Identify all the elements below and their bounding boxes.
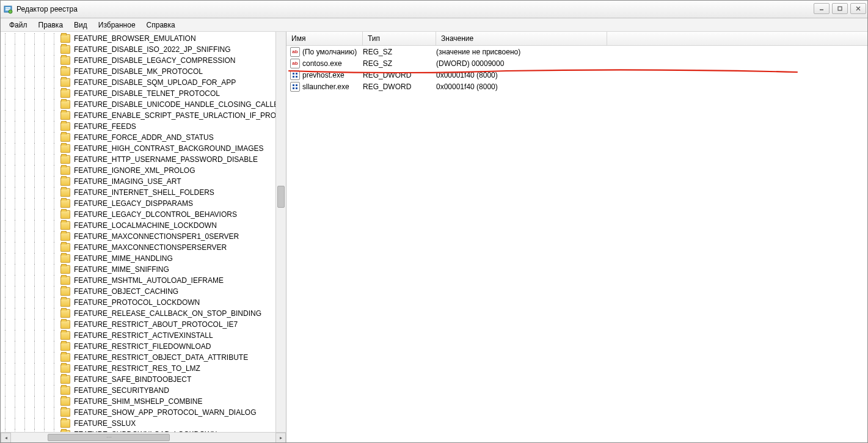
folder-icon xyxy=(60,287,70,296)
tree-indent xyxy=(1,99,59,110)
tree-indent xyxy=(1,176,59,187)
tree-indent xyxy=(1,363,59,374)
value-type: REG_SZ xyxy=(363,59,436,68)
tree-indent xyxy=(1,352,59,363)
tree-item[interactable]: FEATURE_IGNORE_XML_PROLOG xyxy=(1,165,286,176)
value-row[interactable]: abcontoso.exeREG_SZ(DWORD) 00009000 xyxy=(286,57,867,69)
tree-item[interactable]: FEATURE_RELEASE_CALLBACK_ON_STOP_BINDING xyxy=(1,308,286,319)
menu-help[interactable]: Справка xyxy=(142,20,180,31)
tree-item[interactable]: FEATURE_SECURITYBAND xyxy=(1,385,286,396)
column-header-type[interactable]: Тип xyxy=(363,32,436,45)
tree-item[interactable]: FEATURE_RESTRICT_RES_TO_LMZ xyxy=(1,363,286,374)
tree-item[interactable]: FEATURE_LEGACY_DISPPARAMS xyxy=(1,198,286,209)
tree-item-label: FEATURE_SSLUX xyxy=(73,419,137,428)
tree-item[interactable]: FEATURE_DISABLE_UNICODE_HANDLE_CLOSING_C… xyxy=(1,99,286,110)
tree-indent xyxy=(1,385,59,396)
tree-item[interactable]: FEATURE_BROWSER_EMULATION xyxy=(1,33,286,44)
tree-item-label: FEATURE_FEEDS xyxy=(73,122,137,131)
tree-indent xyxy=(1,308,59,319)
tree-vertical-scroll-thumb[interactable] xyxy=(277,186,285,208)
tree-item[interactable]: FEATURE_OBJECT_CACHING xyxy=(1,286,286,297)
tree-item[interactable]: FEATURE_DISABLE_SQM_UPLOAD_FOR_APP xyxy=(1,77,286,88)
registry-tree[interactable]: FEATURE_BROWSER_EMULATIONFEATURE_DISABLE… xyxy=(1,32,286,432)
tree-item[interactable]: FEATURE_LOCALMACHINE_LOCKDOWN xyxy=(1,220,286,231)
tree-item[interactable]: FEATURE_INTERNET_SHELL_FOLDERS xyxy=(1,187,286,198)
tree-item[interactable]: FEATURE_FORCE_ADDR_AND_STATUS xyxy=(1,132,286,143)
folder-icon xyxy=(60,232,70,241)
tree-item[interactable]: FEATURE_HTTP_USERNAME_PASSWORD_DISABLE xyxy=(1,154,286,165)
tree-horizontal-scrollbar[interactable]: ◂ ⋯ ▸ xyxy=(1,432,286,442)
tree-item[interactable]: FEATURE_SSLUX xyxy=(1,418,286,429)
column-header-name[interactable]: Имя xyxy=(286,32,363,45)
folder-icon xyxy=(60,78,70,87)
tree-item[interactable]: FEATURE_FEEDS xyxy=(1,121,286,132)
tree-item-label: FEATURE_DISABLE_MK_PROTOCOL xyxy=(73,67,204,76)
tree-item[interactable]: FEATURE_RESTRICT_OBJECT_DATA_ATTRIBUTE xyxy=(1,352,286,363)
tree-item[interactable]: FEATURE_MAXCONNECTIONSPERSERVER xyxy=(1,242,286,253)
tree-item[interactable]: FEATURE_RESTRICT_ABOUT_PROTOCOL_IE7 xyxy=(1,319,286,330)
values-list[interactable]: ab(По умолчанию)REG_SZ(значение не присв… xyxy=(286,46,867,442)
dword-value-icon xyxy=(290,70,300,80)
tree-item[interactable]: FEATURE_LEGACY_DLCONTROL_BEHAVIORS xyxy=(1,209,286,220)
tree-item-label: FEATURE_LEGACY_DISPPARAMS xyxy=(73,199,194,208)
value-row[interactable]: sllauncher.exeREG_DWORD0x00001f40 (8000) xyxy=(286,81,867,92)
svg-rect-1 xyxy=(5,7,10,9)
tree-item[interactable]: FEATURE_ENABLE_SCRIPT_PASTE_URLACTION_IF… xyxy=(1,110,286,121)
tree-indent xyxy=(1,253,59,264)
string-value-icon: ab xyxy=(290,59,300,68)
folder-icon xyxy=(60,177,70,186)
tree-item[interactable]: FEATURE_MSHTML_AUTOLOAD_IEFRAME xyxy=(1,275,286,286)
menu-favorites[interactable]: Избранное xyxy=(93,20,140,31)
folder-icon xyxy=(60,133,70,142)
menu-file[interactable]: Файл xyxy=(4,20,32,31)
tree-item[interactable]: FEATURE_MIME_SNIFFING xyxy=(1,264,286,275)
folder-icon xyxy=(60,67,70,76)
tree-item[interactable]: FEATURE_MAXCONNECTIONSPER1_0SERVER xyxy=(1,231,286,242)
maximize-button[interactable] xyxy=(832,3,848,14)
svg-rect-11 xyxy=(296,76,297,78)
tree-indent xyxy=(1,330,59,341)
tree-item-label: FEATURE_HIGH_CONTRAST_BACKGROUND_IMAGES xyxy=(73,144,265,153)
window-title: Редактор реестра xyxy=(16,5,78,13)
tree-item[interactable]: FEATURE_HIGH_CONTRAST_BACKGROUND_IMAGES xyxy=(1,143,286,154)
tree-item[interactable]: FEATURE_SHIM_MSHELP_COMBINE xyxy=(1,396,286,407)
tree-indent xyxy=(1,231,59,242)
value-type: REG_SZ xyxy=(363,48,436,56)
tree-item[interactable]: FEATURE_SAFE_BINDTOOBJECT xyxy=(1,374,286,385)
folder-icon xyxy=(60,320,70,329)
tree-item-label: FEATURE_MSHTML_AUTOLOAD_IEFRAME xyxy=(73,276,225,285)
tree-horizontal-scroll-thumb[interactable]: ⋯ xyxy=(48,434,170,441)
tree-item[interactable]: FEATURE_SHOW_APP_PROTOCOL_WARN_DIALOG xyxy=(1,407,286,418)
titlebar: Редактор реестра xyxy=(1,1,867,18)
folder-icon xyxy=(60,298,70,307)
tree-item[interactable]: FEATURE_DISABLE_TELNET_PROTOCOL xyxy=(1,88,286,99)
menu-view[interactable]: Вид xyxy=(69,20,92,31)
scroll-left-button[interactable]: ◂ xyxy=(1,433,11,442)
scroll-right-button[interactable]: ▸ xyxy=(275,433,286,442)
close-button[interactable] xyxy=(850,3,866,14)
tree-vertical-scrollbar[interactable] xyxy=(275,32,286,432)
tree-item[interactable]: FEATURE_RESTRICT_ACTIVEXINSTALL xyxy=(1,330,286,341)
column-header-value[interactable]: Значение xyxy=(436,32,607,45)
tree-item[interactable]: FEATURE_RESTRICT_FILEDOWNLOAD xyxy=(1,341,286,352)
tree-item-label: FEATURE_BROWSER_EMULATION xyxy=(73,34,197,43)
tree-item[interactable]: FEATURE_DISABLE_LEGACY_COMPRESSION xyxy=(1,55,286,66)
value-row[interactable]: prevhost.exeREG_DWORD0x00001f40 (8000) xyxy=(286,69,867,81)
tree-item[interactable]: FEATURE_IMAGING_USE_ART xyxy=(1,176,286,187)
value-data: (значение не присвоено) xyxy=(436,48,867,56)
value-row[interactable]: ab(По умолчанию)REG_SZ(значение не присв… xyxy=(286,46,867,57)
tree-item[interactable]: FEATURE_MIME_HANDLING xyxy=(1,253,286,264)
tree-horizontal-scroll-track[interactable]: ⋯ xyxy=(11,433,275,442)
tree-indent xyxy=(1,418,59,429)
folder-icon xyxy=(60,386,70,395)
tree-indent xyxy=(1,88,59,99)
value-name: (По умолчанию) xyxy=(302,48,363,56)
folder-icon xyxy=(60,199,70,208)
tree-item[interactable]: FEATURE_PROTOCOL_LOCKDOWN xyxy=(1,297,286,308)
tree-item[interactable]: FEATURE_DISABLE_MK_PROTOCOL xyxy=(1,66,286,77)
value-data: 0x00001f40 (8000) xyxy=(436,82,867,91)
tree-pane: FEATURE_BROWSER_EMULATIONFEATURE_DISABLE… xyxy=(1,32,286,442)
tree-item[interactable]: FEATURE_DISABLE_ISO_2022_JP_SNIFFING xyxy=(1,44,286,55)
minimize-button[interactable] xyxy=(814,3,830,14)
menu-edit[interactable]: Правка xyxy=(34,20,68,31)
